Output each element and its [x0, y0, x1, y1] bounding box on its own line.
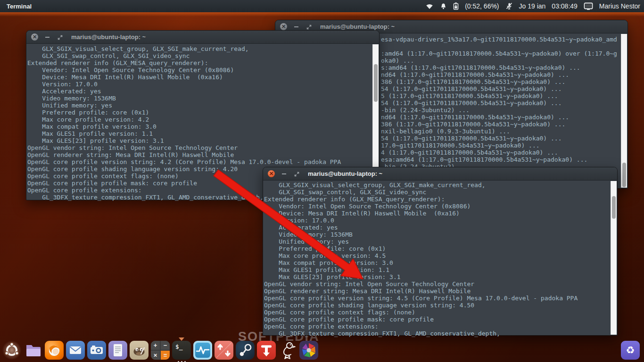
dock-item-text-editor[interactable]	[108, 341, 127, 360]
terminal-output[interactable]: esa-vdpau-drivers_1%3a17.0~git1701181700…	[381, 36, 617, 170]
duck-outline-icon	[278, 341, 297, 360]
titlebar[interactable]: ✕ marius@ubuntu-laptop: ~	[263, 167, 617, 181]
clock-text[interactable]: 03:08:49	[552, 2, 578, 10]
terminal-window-3[interactable]: ✕ marius@ubuntu-laptop: ~ GLX_SGIX_visua…	[263, 167, 618, 336]
wifi-icon[interactable]	[425, 3, 434, 9]
date-text[interactable]: Jo 19 ian	[519, 2, 546, 10]
steam-icon	[236, 341, 255, 360]
window-title: marius@ubuntu-laptop: ~	[320, 23, 395, 30]
calc-plus-key: +	[151, 341, 160, 350]
dock-item-files[interactable]	[24, 341, 42, 360]
minimize-button[interactable]	[43, 31, 51, 44]
envelope-icon	[66, 341, 85, 360]
dock-item-mail[interactable]	[66, 341, 85, 360]
calc-minus-key: −	[161, 341, 170, 350]
dock-item-system-monitor[interactable]	[193, 341, 212, 360]
battery-status-text[interactable]: (0:52, 66%)	[465, 2, 499, 10]
scrollbar-thumb[interactable]	[612, 196, 616, 219]
transmission-icon	[257, 341, 276, 360]
color-pinwheel-icon	[299, 341, 318, 360]
dock-item-transmission[interactable]	[257, 341, 276, 360]
dock-item-photos[interactable]	[299, 341, 318, 360]
bell-icon[interactable]	[440, 3, 447, 10]
terminal-output[interactable]: GLX_SGIX_visual_select_group, GLX_SGI_ma…	[264, 181, 578, 337]
dock-item-ubuntu-dash[interactable]	[2, 341, 21, 360]
scrollbar[interactable]	[621, 34, 627, 188]
dock-item-software-updater[interactable]	[215, 341, 233, 360]
dock-item-trash[interactable]: ♻	[621, 341, 640, 360]
dock-item-steam[interactable]	[236, 341, 255, 360]
firefox-icon	[45, 341, 64, 360]
maximize-button[interactable]	[56, 31, 64, 44]
calc-times-key: ×	[151, 351, 160, 360]
close-button[interactable]: ✕	[268, 170, 275, 177]
close-button[interactable]: ✕	[31, 33, 38, 41]
scrollbar-thumb[interactable]	[374, 64, 378, 102]
top-panel: Terminal (0:52, 66%) Jo 19 ian 03:08:49 …	[0, 0, 644, 12]
ubuntu-logo-icon	[2, 341, 21, 360]
document-icon	[108, 341, 127, 360]
gimp-wilber-icon	[130, 341, 149, 360]
minimize-button[interactable]	[280, 167, 288, 181]
recycle-icon: ♻	[626, 345, 635, 355]
dock-item-camera[interactable]	[87, 341, 106, 360]
display-icon[interactable]	[584, 2, 593, 10]
up-down-arrows-icon	[215, 341, 233, 360]
app-menu-title[interactable]: Terminal	[7, 3, 32, 10]
camera-icon	[87, 341, 106, 360]
session-user-name[interactable]: Marius Nestor	[599, 2, 640, 10]
terminal-prompt-glyph: $_	[175, 343, 183, 350]
scrollbar-thumb[interactable]	[622, 163, 626, 187]
dock-item-terminal[interactable]: $_	[172, 341, 191, 360]
dock-item-calculator[interactable]: + − × =	[151, 341, 170, 360]
scrollbar[interactable]	[611, 181, 617, 335]
pulse-wave-icon	[193, 341, 212, 360]
dock-item-firefox[interactable]	[45, 341, 64, 360]
folder-icon	[24, 341, 42, 360]
maximize-button[interactable]	[293, 167, 300, 181]
microphone-muted-icon[interactable]	[505, 2, 513, 10]
close-button[interactable]: ✕	[280, 23, 287, 30]
dock: + − × = $_	[0, 337, 644, 362]
dock-item-gimp[interactable]	[130, 341, 149, 360]
window-title: marius@ubuntu-laptop: ~	[71, 33, 146, 41]
calc-equals-key: =	[161, 351, 170, 360]
focused-window-indicator	[179, 337, 184, 341]
window-title: marius@ubuntu-laptop: ~	[308, 170, 382, 177]
battery-icon[interactable]	[453, 2, 459, 10]
dock-item-duck-app[interactable]	[278, 341, 297, 360]
titlebar[interactable]: ✕ marius@ubuntu-laptop: ~	[26, 31, 379, 44]
